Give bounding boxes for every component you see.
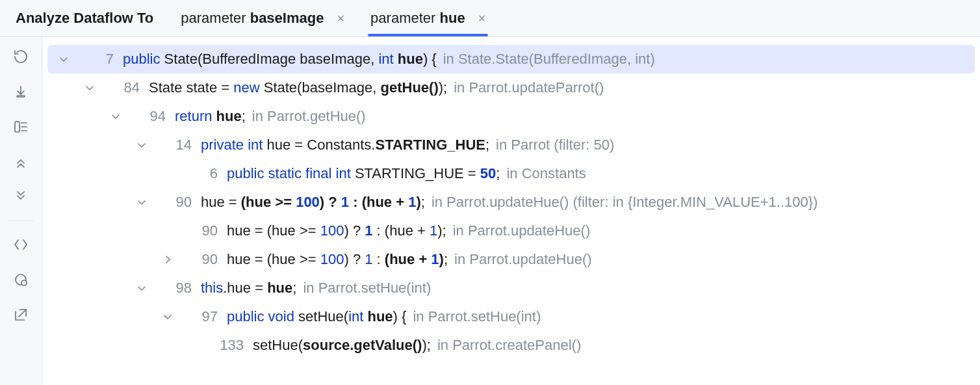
line-number: 14 xyxy=(150,137,201,153)
chevron-down-icon[interactable] xyxy=(133,140,150,150)
breakpoints-icon[interactable] xyxy=(8,267,34,293)
code-snippet: this.hue = hue; xyxy=(201,280,296,297)
open-external-icon[interactable] xyxy=(8,302,34,328)
line-number: 98 xyxy=(150,280,201,297)
tree-row[interactable]: 90hue = (hue >= 100) ? 1 : (hue + 1);in … xyxy=(47,188,975,217)
svg-rect-1 xyxy=(17,96,25,97)
close-icon[interactable]: × xyxy=(330,12,344,25)
line-number: 94 xyxy=(124,108,175,125)
location-label: in Parrot (filter: 50) xyxy=(489,137,614,153)
location-label: in Parrot.updateHue() xyxy=(446,222,591,239)
tree-row[interactable]: 84State state = new State(baseImage, get… xyxy=(47,73,975,102)
code-snippet: hue = (hue >= 100) ? 1 : (hue + 1); xyxy=(227,222,446,239)
prev-icon[interactable] xyxy=(8,149,34,175)
line-number: 90 xyxy=(176,222,227,239)
location-label: in Parrot.setHue(int) xyxy=(296,280,431,297)
chevron-down-icon[interactable] xyxy=(159,312,176,322)
group-icon[interactable] xyxy=(8,114,34,140)
chevron-down-icon[interactable] xyxy=(133,283,150,293)
code-snippet: hue = (hue >= 100) ? 1 : (hue + 1); xyxy=(227,251,448,268)
chevron-down-icon[interactable] xyxy=(81,83,98,93)
code-snippet: State state = new State(baseImage, getHu… xyxy=(149,79,447,96)
next-icon[interactable] xyxy=(8,184,34,210)
line-number: 90 xyxy=(176,251,227,268)
location-label: in Constants xyxy=(500,165,586,182)
line-number: 133 xyxy=(202,337,253,354)
line-number: 84 xyxy=(98,79,149,96)
location-label: in Parrot.getHue() xyxy=(246,108,366,125)
tabs: parameter baseImage×parameter hue× xyxy=(169,0,497,36)
tab-hue[interactable]: parameter hue× xyxy=(359,0,497,36)
rerun-icon[interactable] xyxy=(8,44,34,70)
tool-window-title: Analyze Dataflow To xyxy=(6,10,169,27)
svg-point-7 xyxy=(21,280,27,285)
dataflow-tree[interactable]: 7public State(BufferedImage baseImage, i… xyxy=(42,37,980,385)
tree-row[interactable]: 97public void setHue(int hue) {in Parrot… xyxy=(47,302,975,331)
tree-row[interactable]: 90hue = (hue >= 100) ? 1 : (hue + 1);in … xyxy=(47,245,975,274)
location-label: in Parrot.setHue(int) xyxy=(406,308,541,325)
location-label: in Parrot.updateHue() (filter: in {Integ… xyxy=(425,194,818,211)
flatten-icon[interactable] xyxy=(8,79,34,105)
line-number: 7 xyxy=(72,51,123,68)
code-snippet: public void setHue(int hue) { xyxy=(227,308,406,325)
tree-row[interactable]: 14private int hue = Constants.STARTING_H… xyxy=(47,131,975,159)
tab-label: parameter baseImage xyxy=(181,10,324,27)
svg-rect-2 xyxy=(15,122,19,132)
chevron-down-icon[interactable] xyxy=(55,54,72,64)
code-snippet: hue = (hue >= 100) ? 1 : (hue + 1); xyxy=(201,194,425,211)
location-label: in Parrot.createPanel() xyxy=(431,337,581,354)
chevron-down-icon[interactable] xyxy=(133,197,150,207)
line-number: 6 xyxy=(176,165,227,182)
tree-row[interactable]: 6public static final int STARTING_HUE = … xyxy=(47,159,975,188)
tab-label: parameter hue xyxy=(370,10,465,27)
location-label: in Parrot.updateParrot() xyxy=(447,79,604,96)
line-number: 90 xyxy=(150,194,201,211)
tree-row[interactable]: 98this.hue = hue;in Parrot.setHue(int) xyxy=(47,274,975,302)
toolbar-sidebar xyxy=(0,37,42,385)
tree-row[interactable]: 94return hue;in Parrot.getHue() xyxy=(47,102,975,131)
tab-baseImage[interactable]: parameter baseImage× xyxy=(169,0,356,36)
location-label: in Parrot.updateHue() xyxy=(448,251,592,268)
line-number: 97 xyxy=(176,308,227,325)
code-snippet: public static final int STARTING_HUE = 5… xyxy=(227,165,500,182)
preview-icon[interactable] xyxy=(8,232,34,258)
chevron-right-icon[interactable] xyxy=(159,254,176,265)
chevron-down-icon[interactable] xyxy=(107,111,124,122)
tree-row[interactable]: 7public State(BufferedImage baseImage, i… xyxy=(47,45,975,73)
tree-row[interactable]: 133setHue(source.getValue());in Parrot.c… xyxy=(47,331,975,360)
code-snippet: public State(BufferedImage baseImage, in… xyxy=(123,51,437,68)
close-icon[interactable]: × xyxy=(472,12,486,25)
tool-window-header: Analyze Dataflow To parameter baseImage×… xyxy=(0,0,980,37)
toolbar-separator xyxy=(8,220,33,221)
tree-row[interactable]: 90hue = (hue >= 100) ? 1 : (hue + 1);in … xyxy=(47,217,975,245)
body: 7public State(BufferedImage baseImage, i… xyxy=(0,37,980,385)
code-snippet: setHue(source.getValue()); xyxy=(253,337,431,354)
code-snippet: return hue; xyxy=(175,108,246,125)
code-snippet: private int hue = Constants.STARTING_HUE… xyxy=(201,137,489,153)
location-label: in State.State(BufferedImage, int) xyxy=(437,51,655,68)
svg-line-8 xyxy=(19,310,26,317)
